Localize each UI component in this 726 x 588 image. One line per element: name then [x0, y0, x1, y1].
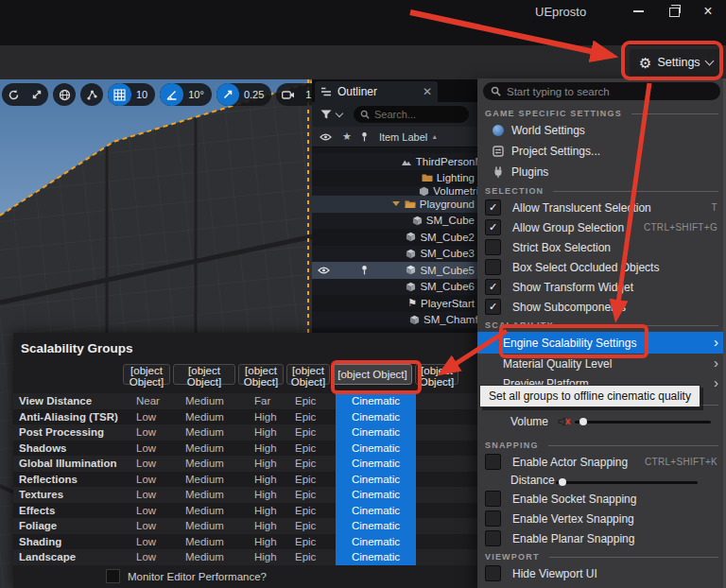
filter-chevron-icon[interactable] — [336, 110, 343, 117]
quality-cell-low[interactable]: Low — [127, 536, 176, 547]
quality-cell-medium[interactable]: Medium — [176, 505, 245, 516]
quality-cell-low[interactable]: Low — [127, 489, 176, 500]
quality-cell-cinematic-selected[interactable]: Cinematic — [336, 409, 416, 425]
checkbox[interactable] — [485, 279, 501, 295]
quality-cell-high[interactable]: High — [245, 551, 285, 562]
close-button[interactable]: × — [696, 2, 720, 21]
menu-item-allow-group-selection[interactable]: Allow Group Selection CTRL+SHIFT+G — [477, 217, 726, 237]
quality-cell-high[interactable]: High — [245, 458, 285, 469]
outliner-row-cube[interactable]: SM_Cube2 — [312, 229, 477, 246]
menu-item-project-settings[interactable]: Project Settings... — [477, 141, 726, 162]
quality-cell-cinematic-selected[interactable]: Cinematic — [336, 487, 416, 503]
quality-cell-epic[interactable]: Epic — [285, 536, 336, 547]
quality-cell-low[interactable]: Low — [127, 442, 176, 454]
settings-button[interactable]: ⚙ Settings — [630, 49, 722, 76]
menu-item-snap-distance[interactable]: Distance — [477, 472, 726, 489]
quality-cell-cinematic-selected[interactable]: Cinematic — [336, 441, 416, 457]
quality-cell-low[interactable]: Low — [127, 426, 176, 438]
monitor-performance-checkbox[interactable] — [106, 569, 120, 583]
quality-cell-low[interactable]: Low — [127, 411, 176, 423]
quality-cell-medium[interactable]: Medium — [176, 551, 245, 562]
quality-preset-button[interactable]: [object Object] — [333, 364, 412, 385]
quality-cell-low[interactable]: Low — [127, 474, 176, 485]
distance-slider-handle[interactable] — [559, 478, 566, 486]
quality-cell-epic[interactable]: Epic — [285, 474, 336, 485]
quality-cell-low[interactable]: Low — [127, 458, 176, 469]
quality-cell-high[interactable]: Far — [245, 395, 285, 406]
maximize-viewport-icon[interactable] — [26, 83, 48, 106]
outliner-search-input[interactable]: Search... — [354, 106, 469, 123]
quality-cell-low[interactable]: Near — [127, 395, 176, 406]
quality-preset-button[interactable]: [object Object] — [286, 364, 330, 385]
quality-cell-epic[interactable]: Epic — [285, 489, 336, 500]
rotation-snap-value[interactable]: 10° — [183, 89, 212, 100]
quality-cell-cinematic-selected[interactable]: Cinematic — [336, 518, 416, 534]
outliner-row-folder[interactable]: Lighting — [312, 170, 477, 187]
menu-item-volume[interactable]: Volume — [477, 411, 726, 431]
quality-cell-epic[interactable]: Epic — [285, 411, 336, 423]
visibility-eye-icon[interactable] — [318, 267, 330, 274]
quality-cell-epic[interactable]: Epic — [285, 520, 336, 531]
scale-snap-control[interactable]: 0.25 — [216, 83, 271, 106]
rotation-snap-control[interactable]: 10° — [160, 83, 212, 106]
checkbox[interactable] — [485, 565, 501, 581]
outliner-row-selected[interactable]: SM_Cube5 — [312, 262, 477, 279]
transform-tools[interactable] — [2, 83, 48, 106]
quality-cell-epic[interactable]: Epic — [285, 395, 336, 406]
outliner-row-cube[interactable]: SM_Chamfe — [312, 312, 477, 329]
quality-cell-cinematic-selected[interactable]: Cinematic — [336, 503, 416, 519]
world-space-toggle[interactable] — [53, 83, 76, 106]
checkbox[interactable] — [485, 299, 501, 315]
checkbox[interactable] — [485, 199, 501, 216]
menu-item-enable-vertex-snapping[interactable]: Enable Vertex Snapping — [477, 509, 726, 528]
menu-item-enable-planar-snapping[interactable]: Enable Planar Snapping — [477, 528, 726, 548]
pin-icon[interactable] — [361, 265, 368, 276]
quality-preset-button[interactable]: [object Object] — [123, 364, 170, 385]
menu-item-material-quality-level[interactable]: Material Quality Level › — [477, 354, 726, 373]
quality-cell-medium[interactable]: Medium — [176, 489, 245, 500]
menu-item-box-select-occluded[interactable]: Box Select Occluded Objects — [477, 257, 726, 277]
quality-cell-cinematic-selected[interactable]: Cinematic — [336, 534, 416, 550]
quality-preset-button[interactable]: [object Object] — [173, 364, 235, 385]
quality-preset-button[interactable]: [object Object] — [415, 364, 458, 385]
sort-ascending-icon[interactable]: ▲ — [431, 133, 438, 140]
quality-preset-button[interactable]: [object Object] — [238, 364, 284, 385]
checkbox[interactable] — [485, 491, 501, 507]
quality-cell-high[interactable]: High — [245, 426, 285, 438]
checkbox[interactable] — [485, 530, 501, 546]
checkbox[interactable] — [485, 510, 501, 527]
settings-search-input[interactable]: Start typing to search — [483, 82, 720, 100]
tab-outliner[interactable]: Outliner ✕ — [315, 81, 438, 102]
quality-cell-high[interactable]: High — [245, 536, 285, 547]
outliner-row-playerstart[interactable]: ⚑ PlayerStart — [312, 295, 477, 312]
menu-item-enable-socket-snapping[interactable]: Enable Socket Snapping — [477, 489, 726, 509]
quality-cell-high[interactable]: High — [245, 442, 285, 454]
quality-cell-medium[interactable]: Medium — [176, 458, 245, 469]
scale-snap-value[interactable]: 0.25 — [239, 89, 271, 100]
quality-cell-epic[interactable]: Epic — [285, 458, 336, 469]
outliner-row-cube[interactable]: SM_Cube3 — [312, 246, 477, 263]
quality-cell-cinematic-selected[interactable]: Cinematic — [336, 424, 416, 441]
expander-icon[interactable] — [392, 201, 400, 206]
volume-slider-handle[interactable] — [579, 418, 587, 425]
outliner-row-clipped[interactable]: Volumetric — [312, 186, 477, 196]
menu-item-hide-viewport-ui[interactable]: Hide Viewport UI — [477, 563, 726, 583]
quality-cell-cinematic-selected[interactable]: Cinematic — [336, 393, 416, 409]
quality-cell-medium[interactable]: Medium — [176, 442, 245, 454]
grid-snap-icon[interactable] — [108, 83, 131, 106]
checkbox[interactable] — [485, 259, 501, 275]
quality-cell-high[interactable]: High — [245, 474, 285, 485]
menu-item-show-transform-widget[interactable]: Show Transform Widget — [477, 277, 726, 297]
quality-cell-low[interactable]: Low — [127, 551, 176, 562]
volume-slider-track[interactable] — [575, 421, 711, 424]
outliner-row-cube[interactable]: SM_Cube6 — [312, 279, 477, 296]
checkbox[interactable] — [485, 219, 501, 235]
maximize-button[interactable] — [662, 2, 686, 21]
outliner-row-cube[interactable]: SM_Cube — [312, 213, 477, 230]
angle-snap-icon[interactable] — [160, 83, 183, 106]
quality-cell-cinematic-selected[interactable]: Cinematic — [336, 472, 416, 488]
quality-cell-medium[interactable]: Medium — [176, 426, 245, 438]
quality-cell-low[interactable]: Low — [127, 520, 176, 531]
favorite-column-icon[interactable]: ★ — [342, 130, 352, 143]
quality-cell-medium[interactable]: Medium — [176, 536, 245, 547]
